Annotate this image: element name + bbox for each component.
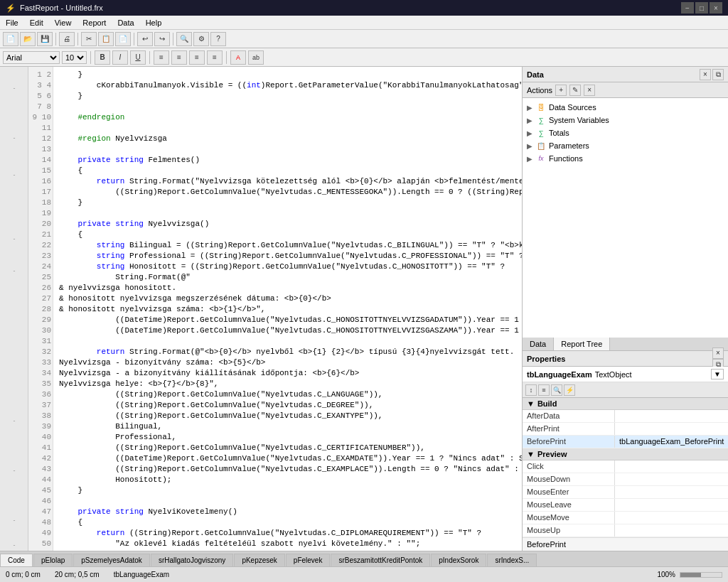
selected-property-name: BeforePrint — [527, 540, 566, 549]
highlight-button[interactable]: ab — [248, 50, 264, 65]
tab-pindexsorok[interactable]: pIndexSorok — [431, 554, 486, 566]
find-button[interactable]: 🔍 — [176, 32, 192, 46]
align-left-button[interactable]: ≡ — [154, 50, 169, 65]
tree-item-datasources[interactable]: ▶ 🗄 Data Sources — [525, 101, 725, 114]
props-sort-button[interactable]: ↕ — [525, 384, 537, 396]
gutter-toggle-6[interactable]: - — [0, 415, 28, 426]
minimize-button[interactable]: − — [681, 2, 694, 14]
prop-row-mousemove[interactable]: MouseMove — [523, 512, 728, 524]
maximize-button[interactable]: □ — [695, 2, 708, 14]
menu-view[interactable]: View — [49, 17, 77, 28]
prop-val-beforeprint[interactable]: tbLanguageExam_BeforePrint — [615, 436, 728, 448]
editor-area[interactable]: 1 2 3 4 5 6 7 8 9 10 11 12 13 14 15 16 1… — [28, 67, 522, 551]
align-justify-button[interactable]: ≡ — [207, 50, 223, 65]
menu-file[interactable]: File — [0, 17, 24, 28]
copy-button[interactable]: 📋 — [98, 32, 114, 46]
align-right-button[interactable]: ≡ — [189, 50, 205, 65]
menu-edit[interactable]: Edit — [24, 17, 49, 28]
gutter-toggle-3[interactable]: - — [0, 169, 28, 180]
prop-row-afterprint[interactable]: AfterPrint — [523, 423, 728, 436]
open-button[interactable]: 📂 — [20, 32, 36, 46]
tab-pelolap[interactable]: pElolap — [33, 554, 73, 566]
font-size-select[interactable]: 10 — [62, 51, 87, 64]
align-center-button[interactable]: ≡ — [171, 50, 187, 65]
font-color-button[interactable]: A — [230, 50, 246, 65]
prop-val-afterprint[interactable] — [615, 423, 728, 435]
prop-row-beforeprint[interactable]: BeforePrint tbLanguageExam_BeforePrint — [523, 436, 728, 448]
gutter-toggle-1[interactable]: - — [0, 82, 28, 93]
cut-button[interactable]: ✂ — [81, 32, 97, 46]
props-event-button[interactable]: ⚡ — [564, 384, 575, 396]
menu-help[interactable]: Help — [140, 17, 168, 28]
settings-button[interactable]: ⚙ — [193, 32, 209, 46]
tab-srbeszamitott[interactable]: srBeszamitottKreditPontok — [331, 554, 430, 566]
tree-expand-parameters[interactable]: ▶ — [527, 142, 535, 150]
tree-item-totals[interactable]: ▶ ∑ Totals — [525, 126, 725, 139]
panel-controls: × ⧉ — [700, 69, 724, 80]
props-search-button[interactable]: 🔍 — [551, 384, 562, 396]
print-button[interactable]: 🖨 — [59, 32, 75, 46]
tab-code[interactable]: Code — [0, 554, 33, 566]
italic-button[interactable]: I — [112, 50, 128, 65]
prop-val-click[interactable] — [615, 460, 728, 473]
prop-val-mousemove[interactable] — [615, 512, 728, 524]
gutter-toggle-2[interactable]: - — [0, 132, 28, 143]
prop-row-mouseup[interactable]: MouseUp — [523, 524, 728, 537]
tree-item-parameters[interactable]: ▶ 📋 Parameters — [525, 139, 725, 152]
underline-button[interactable]: U — [130, 50, 146, 65]
tree-expand-systemvars[interactable]: ▶ — [527, 117, 535, 124]
panel-close-button[interactable]: × — [700, 69, 711, 80]
prop-val-mouseup[interactable] — [615, 524, 728, 537]
prop-row-afterdata[interactable]: AfterData — [523, 410, 728, 423]
props-group-build[interactable]: ▼ Build — [523, 398, 728, 410]
data-tree[interactable]: ▶ 🗄 Data Sources ▶ ∑ System Variables ▶ … — [523, 98, 728, 338]
help-button[interactable]: ? — [210, 32, 226, 46]
gutter-toggle-5[interactable]: - — [0, 266, 28, 276]
gutter-toggle-8[interactable]: - — [0, 515, 28, 526]
props-group-button[interactable]: ≡ — [538, 384, 550, 396]
paste-button[interactable]: 📄 — [115, 32, 131, 46]
prop-row-mouseleave[interactable]: MouseLeave — [523, 499, 728, 512]
undo-button[interactable]: ↩ — [137, 32, 153, 46]
tree-expand-totals[interactable]: ▶ — [527, 129, 535, 137]
tree-item-systemvars[interactable]: ▶ ∑ System Variables — [525, 114, 725, 126]
prop-row-mousedown[interactable]: MouseDown — [523, 473, 728, 486]
gutter-toggle-9[interactable]: - — [0, 540, 28, 551]
tab-pkepzesek[interactable]: pKepzesek — [234, 554, 284, 566]
tab-srindex[interactable]: srIndexS... — [487, 554, 537, 566]
redo-button[interactable]: ↪ — [154, 32, 170, 46]
props-close-button[interactable]: × — [712, 347, 724, 359]
tab-report-tree[interactable]: Report Tree — [554, 338, 610, 350]
tab-srhallgato[interactable]: srHallgatoJogviszony — [151, 554, 234, 566]
code-editor[interactable]: } cKorabbiTanulmanyok.Visible = ((int)Re… — [53, 67, 522, 551]
tab-data[interactable]: Data — [523, 338, 554, 350]
tree-expand-datasources[interactable]: ▶ — [527, 104, 535, 112]
tree-expand-functions[interactable]: ▶ — [527, 155, 535, 163]
prop-val-mousedown[interactable] — [615, 473, 728, 485]
gutter-toggle-4[interactable]: - — [0, 234, 28, 244]
prop-row-mouseenter[interactable]: MouseEnter — [523, 486, 728, 499]
menu-report[interactable]: Report — [77, 17, 112, 28]
tree-item-functions[interactable]: ▶ fx Functions — [525, 152, 725, 165]
bold-button[interactable]: B — [95, 50, 110, 65]
actions-new-button[interactable]: + — [555, 85, 567, 96]
menu-data[interactable]: Data — [112, 17, 139, 28]
prop-row-click[interactable]: Click — [523, 460, 728, 473]
prop-val-afterdata[interactable] — [615, 410, 728, 422]
props-group-preview[interactable]: ▼ Preview — [523, 448, 728, 460]
toolbar-sep-3 — [134, 33, 134, 45]
tab-pfelevek[interactable]: pFelevek — [286, 554, 331, 566]
actions-delete-button[interactable]: × — [584, 85, 595, 96]
tab-pszemelyes[interactable]: pSzemelyesAdatok — [73, 554, 150, 566]
prop-val-mouseenter[interactable] — [615, 486, 728, 498]
zoom-slider[interactable] — [680, 572, 722, 578]
save-button[interactable]: 💾 — [37, 32, 53, 46]
panel-float-button[interactable]: ⧉ — [712, 69, 724, 80]
prop-val-mouseleave[interactable] — [615, 499, 728, 511]
object-dropdown[interactable]: ▼ — [711, 369, 724, 379]
new-button[interactable]: 📄 — [3, 32, 18, 46]
actions-edit-button[interactable]: ✎ — [569, 85, 581, 96]
font-name-select[interactable]: Arial — [3, 51, 60, 64]
close-button[interactable]: × — [710, 2, 722, 14]
gutter-toggle-7[interactable]: - — [0, 465, 28, 475]
